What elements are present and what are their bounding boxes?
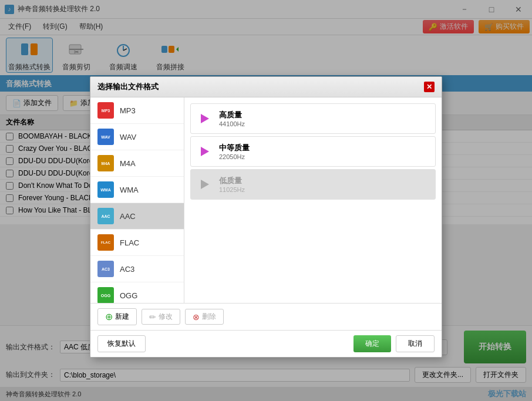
quality-panel: 高质量 44100Hz 中等质量 22050Hz <box>184 97 442 303</box>
new-preset-icon: ⊕ <box>105 311 113 322</box>
format-list: MP3 MP3 WAV WAV M4A M4A WMA WMA AAC AA <box>90 97 184 303</box>
ogg-icon: OGG <box>97 287 114 303</box>
delete-preset-label: 删除 <box>202 312 216 322</box>
quality-medium-text: 中等质量 22050Hz <box>219 143 250 160</box>
edit-preset-icon: ✏ <box>149 312 156 322</box>
quality-low[interactable]: 低质量 11025Hz <box>190 169 436 200</box>
reset-button[interactable]: 恢复默认 <box>97 335 146 352</box>
format-mp3[interactable]: MP3 MP3 <box>90 97 184 124</box>
ogg-label: OGG <box>120 291 137 300</box>
flac-label: FLAC <box>120 238 139 247</box>
dialog-body: MP3 MP3 WAV WAV M4A M4A WMA WMA AAC AA <box>90 97 442 303</box>
wma-label: WMA <box>120 186 139 194</box>
flac-icon: FLAC <box>97 234 114 251</box>
new-preset-label: 新建 <box>115 312 129 322</box>
edit-preset-button[interactable]: ✏ 修改 <box>142 309 180 325</box>
wav-label: WAV <box>120 133 136 141</box>
quality-low-icon <box>198 177 212 191</box>
format-dialog: 选择输出文件格式 ✕ MP3 MP3 WAV WAV M4A M4A <box>90 76 442 358</box>
format-wma[interactable]: WMA WMA <box>90 177 184 203</box>
mp3-label: MP3 <box>120 106 136 115</box>
new-preset-button[interactable]: ⊕ 新建 <box>97 308 137 325</box>
quality-high[interactable]: 高质量 44100Hz <box>190 103 436 134</box>
quality-low-text: 低质量 11025Hz <box>219 176 245 193</box>
format-aac[interactable]: AAC AAC <box>90 203 184 230</box>
quality-high-text: 高质量 44100Hz <box>219 110 245 127</box>
format-m4a[interactable]: M4A M4A <box>90 150 184 177</box>
delete-preset-icon: ⊗ <box>193 312 200 322</box>
dialog-close-button[interactable]: ✕ <box>424 82 435 92</box>
dialog-overlay: 选择输出文件格式 ✕ MP3 MP3 WAV WAV M4A M4A <box>0 0 532 401</box>
cancel-button[interactable]: 取消 <box>396 335 435 352</box>
dialog-action-row: 恢复默认 确定 取消 <box>90 330 442 357</box>
quality-medium-icon <box>198 144 212 159</box>
format-ogg[interactable]: OGG OGG <box>90 282 184 303</box>
ac3-label: AC3 <box>120 265 134 274</box>
edit-preset-label: 修改 <box>159 312 173 322</box>
wma-icon: WMA <box>97 181 114 198</box>
ok-button[interactable]: 确定 <box>353 335 391 352</box>
dialog-footer: ⊕ 新建 ✏ 修改 ⊗ 删除 <box>90 303 442 330</box>
wav-icon: WAV <box>97 129 114 145</box>
format-wav[interactable]: WAV WAV <box>90 124 184 150</box>
dialog-title-bar: 选择输出文件格式 ✕ <box>90 77 442 97</box>
m4a-icon: M4A <box>97 155 114 171</box>
delete-preset-button[interactable]: ⊗ 删除 <box>185 309 224 325</box>
dialog-title: 选择输出文件格式 <box>97 82 159 92</box>
aac-label: AAC <box>120 212 136 221</box>
m4a-label: M4A <box>120 159 136 168</box>
quality-medium[interactable]: 中等质量 22050Hz <box>190 136 436 167</box>
aac-icon: AAC <box>97 208 114 224</box>
ac3-icon: AC3 <box>97 261 114 277</box>
format-ac3[interactable]: AC3 AC3 <box>90 256 184 282</box>
format-flac[interactable]: FLAC FLAC <box>90 230 184 256</box>
quality-high-icon <box>198 112 212 126</box>
mp3-icon: MP3 <box>97 102 114 119</box>
